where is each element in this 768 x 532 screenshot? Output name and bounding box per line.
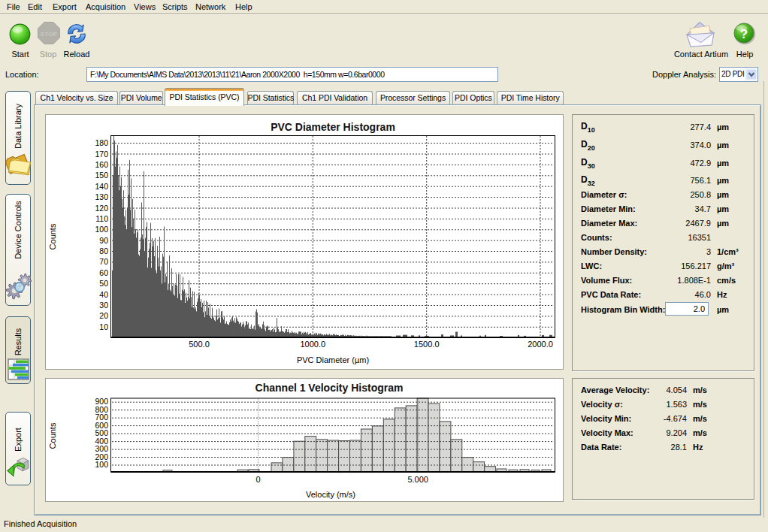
svg-text:Counts: Counts	[48, 223, 57, 249]
svg-text:80: 80	[99, 246, 108, 255]
svg-text:110: 110	[95, 214, 108, 223]
svg-text:160: 160	[95, 160, 108, 169]
svg-text:1500.0: 1500.0	[414, 340, 440, 349]
svg-text:20: 20	[99, 311, 108, 320]
svg-text:40: 40	[99, 290, 108, 299]
svg-text:130: 130	[95, 192, 108, 201]
svg-text:90: 90	[99, 236, 108, 245]
svg-text:0: 0	[256, 475, 261, 484]
svg-text:Velocity (m/s): Velocity (m/s)	[306, 490, 355, 499]
svg-text:500: 500	[95, 428, 108, 437]
svg-text:900: 900	[95, 397, 108, 406]
svg-text:PVC Diameter (µm): PVC Diameter (µm)	[297, 355, 369, 364]
svg-text:500.0: 500.0	[189, 340, 210, 349]
svg-text:400: 400	[95, 437, 108, 446]
svg-text:PVC Diameter Histogram: PVC Diameter Histogram	[271, 121, 395, 133]
svg-text:170: 170	[95, 150, 108, 159]
svg-text:700: 700	[95, 413, 108, 422]
svg-text:1000.0: 1000.0	[300, 340, 325, 349]
svg-text:600: 600	[95, 421, 108, 430]
svg-text:Counts: Counts	[48, 422, 57, 449]
svg-text:100: 100	[95, 225, 108, 234]
svg-text:60: 60	[99, 268, 108, 277]
svg-text:70: 70	[99, 257, 108, 266]
svg-text:180: 180	[95, 138, 108, 147]
svg-text:100: 100	[95, 460, 108, 469]
svg-text:140: 140	[95, 182, 108, 191]
svg-text:800: 800	[95, 405, 108, 414]
svg-text:200: 200	[95, 452, 108, 461]
svg-text:Channel 1 Velocity Histogram: Channel 1 Velocity Histogram	[255, 382, 404, 394]
svg-text:?: ?	[740, 27, 748, 41]
svg-text:150: 150	[95, 171, 108, 180]
svg-text:120: 120	[95, 204, 108, 213]
svg-text:10: 10	[99, 322, 108, 331]
svg-text:5.000: 5.000	[407, 475, 428, 484]
svg-text:30: 30	[99, 301, 108, 310]
svg-text:STOP: STOP	[41, 31, 58, 38]
svg-text:2000.0: 2000.0	[528, 340, 553, 349]
svg-text:50: 50	[99, 279, 108, 288]
svg-text:300: 300	[95, 444, 108, 453]
